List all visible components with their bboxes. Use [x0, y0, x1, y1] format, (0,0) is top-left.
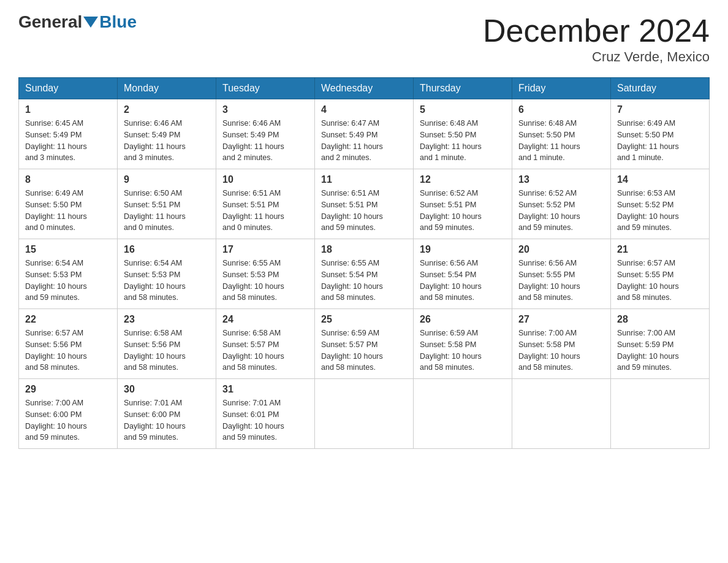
calendar-cell: 16Sunrise: 6:54 AMSunset: 5:53 PMDayligh… [118, 239, 216, 309]
day-info: Sunrise: 6:57 AMSunset: 5:55 PMDaylight:… [617, 258, 703, 304]
day-info: Sunrise: 6:54 AMSunset: 5:53 PMDaylight:… [124, 258, 210, 304]
calendar-cell: 1Sunrise: 6:45 AMSunset: 5:49 PMDaylight… [19, 99, 118, 169]
day-number: 5 [420, 104, 506, 115]
day-info: Sunrise: 6:45 AMSunset: 5:49 PMDaylight:… [25, 118, 111, 164]
day-header-thursday: Thursday [414, 78, 512, 99]
day-info: Sunrise: 7:01 AMSunset: 6:00 PMDaylight:… [124, 397, 210, 443]
calendar-cell: 3Sunrise: 6:46 AMSunset: 5:49 PMDaylight… [216, 99, 315, 169]
day-info: Sunrise: 6:53 AMSunset: 5:52 PMDaylight:… [617, 188, 703, 234]
day-number: 24 [222, 314, 308, 325]
calendar-cell: 2Sunrise: 6:46 AMSunset: 5:49 PMDaylight… [118, 99, 216, 169]
day-number: 16 [124, 244, 210, 255]
calendar-week-row: 15Sunrise: 6:54 AMSunset: 5:53 PMDayligh… [19, 239, 710, 309]
calendar-week-row: 8Sunrise: 6:49 AMSunset: 5:50 PMDaylight… [19, 169, 710, 239]
calendar-cell [414, 379, 512, 449]
day-number: 28 [617, 314, 703, 325]
day-header-saturday: Saturday [611, 78, 710, 99]
calendar-cell: 25Sunrise: 6:59 AMSunset: 5:57 PMDayligh… [315, 309, 414, 379]
day-header-sunday: Sunday [19, 78, 118, 99]
day-info: Sunrise: 6:58 AMSunset: 5:56 PMDaylight:… [124, 327, 210, 373]
day-number: 27 [518, 314, 604, 325]
day-info: Sunrise: 6:49 AMSunset: 5:50 PMDaylight:… [25, 188, 111, 234]
day-info: Sunrise: 6:52 AMSunset: 5:51 PMDaylight:… [420, 188, 506, 234]
day-number: 8 [25, 174, 111, 185]
day-number: 23 [124, 314, 210, 325]
day-number: 18 [321, 244, 407, 255]
day-number: 10 [222, 174, 308, 185]
calendar-cell: 10Sunrise: 6:51 AMSunset: 5:51 PMDayligh… [216, 169, 315, 239]
calendar-cell: 20Sunrise: 6:56 AMSunset: 5:55 PMDayligh… [512, 239, 611, 309]
day-header-friday: Friday [512, 78, 611, 99]
calendar-cell: 17Sunrise: 6:55 AMSunset: 5:53 PMDayligh… [216, 239, 315, 309]
calendar-cell: 9Sunrise: 6:50 AMSunset: 5:51 PMDaylight… [118, 169, 216, 239]
calendar-cell: 6Sunrise: 6:48 AMSunset: 5:50 PMDaylight… [512, 99, 611, 169]
calendar-cell: 19Sunrise: 6:56 AMSunset: 5:54 PMDayligh… [414, 239, 512, 309]
calendar-cell: 14Sunrise: 6:53 AMSunset: 5:52 PMDayligh… [611, 169, 710, 239]
day-info: Sunrise: 6:59 AMSunset: 5:58 PMDaylight:… [420, 327, 506, 373]
calendar-cell: 31Sunrise: 7:01 AMSunset: 6:01 PMDayligh… [216, 379, 315, 449]
day-info: Sunrise: 7:00 AMSunset: 5:58 PMDaylight:… [518, 327, 604, 373]
calendar-cell: 4Sunrise: 6:47 AMSunset: 5:49 PMDaylight… [315, 99, 414, 169]
calendar-cell: 24Sunrise: 6:58 AMSunset: 5:57 PMDayligh… [216, 309, 315, 379]
day-info: Sunrise: 6:54 AMSunset: 5:53 PMDaylight:… [25, 258, 111, 304]
day-number: 26 [420, 314, 506, 325]
calendar-cell: 27Sunrise: 7:00 AMSunset: 5:58 PMDayligh… [512, 309, 611, 379]
day-number: 4 [321, 104, 407, 115]
calendar-cell: 11Sunrise: 6:51 AMSunset: 5:51 PMDayligh… [315, 169, 414, 239]
day-info: Sunrise: 6:47 AMSunset: 5:49 PMDaylight:… [321, 118, 407, 164]
day-number: 9 [124, 174, 210, 185]
calendar-cell: 23Sunrise: 6:58 AMSunset: 5:56 PMDayligh… [118, 309, 216, 379]
day-info: Sunrise: 6:55 AMSunset: 5:53 PMDaylight:… [222, 258, 308, 304]
day-number: 15 [25, 244, 111, 255]
calendar-cell: 22Sunrise: 6:57 AMSunset: 5:56 PMDayligh… [19, 309, 118, 379]
day-info: Sunrise: 6:50 AMSunset: 5:51 PMDaylight:… [124, 188, 210, 234]
day-info: Sunrise: 6:51 AMSunset: 5:51 PMDaylight:… [222, 188, 308, 234]
calendar-cell: 30Sunrise: 7:01 AMSunset: 6:00 PMDayligh… [118, 379, 216, 449]
calendar-week-row: 29Sunrise: 7:00 AMSunset: 6:00 PMDayligh… [19, 379, 710, 449]
day-info: Sunrise: 7:00 AMSunset: 5:59 PMDaylight:… [617, 327, 703, 373]
calendar-cell: 5Sunrise: 6:48 AMSunset: 5:50 PMDaylight… [414, 99, 512, 169]
day-number: 31 [222, 384, 308, 395]
day-number: 2 [124, 104, 210, 115]
day-info: Sunrise: 6:58 AMSunset: 5:57 PMDaylight:… [222, 327, 308, 373]
day-info: Sunrise: 6:59 AMSunset: 5:57 PMDaylight:… [321, 327, 407, 373]
month-title: December 2024 [483, 12, 710, 49]
calendar-week-row: 22Sunrise: 6:57 AMSunset: 5:56 PMDayligh… [19, 309, 710, 379]
day-number: 14 [617, 174, 703, 185]
day-info: Sunrise: 6:51 AMSunset: 5:51 PMDaylight:… [321, 188, 407, 234]
logo-general-text: General [18, 12, 82, 32]
day-number: 6 [518, 104, 604, 115]
calendar-cell: 15Sunrise: 6:54 AMSunset: 5:53 PMDayligh… [19, 239, 118, 309]
day-info: Sunrise: 6:55 AMSunset: 5:54 PMDaylight:… [321, 258, 407, 304]
logo-blue-text: Blue [99, 12, 137, 32]
page-header: General Blue December 2024 Cruz Verde, M… [18, 12, 710, 65]
day-info: Sunrise: 6:49 AMSunset: 5:50 PMDaylight:… [617, 118, 703, 164]
day-number: 20 [518, 244, 604, 255]
calendar-week-row: 1Sunrise: 6:45 AMSunset: 5:49 PMDaylight… [19, 99, 710, 169]
calendar-cell: 26Sunrise: 6:59 AMSunset: 5:58 PMDayligh… [414, 309, 512, 379]
calendar-cell: 28Sunrise: 7:00 AMSunset: 5:59 PMDayligh… [611, 309, 710, 379]
logo: General Blue [18, 12, 137, 32]
day-number: 29 [25, 384, 111, 395]
location: Cruz Verde, Mexico [483, 49, 710, 65]
calendar-cell: 21Sunrise: 6:57 AMSunset: 5:55 PMDayligh… [611, 239, 710, 309]
day-number: 17 [222, 244, 308, 255]
day-info: Sunrise: 7:01 AMSunset: 6:01 PMDaylight:… [222, 397, 308, 443]
calendar-header-row: SundayMondayTuesdayWednesdayThursdayFrid… [19, 78, 710, 99]
day-number: 12 [420, 174, 506, 185]
calendar-cell: 13Sunrise: 6:52 AMSunset: 5:52 PMDayligh… [512, 169, 611, 239]
day-number: 22 [25, 314, 111, 325]
day-number: 1 [25, 104, 111, 115]
calendar-cell [315, 379, 414, 449]
day-number: 13 [518, 174, 604, 185]
day-number: 7 [617, 104, 703, 115]
day-info: Sunrise: 6:56 AMSunset: 5:55 PMDaylight:… [518, 258, 604, 304]
day-info: Sunrise: 6:46 AMSunset: 5:49 PMDaylight:… [222, 118, 308, 164]
day-header-tuesday: Tuesday [216, 78, 315, 99]
day-info: Sunrise: 6:46 AMSunset: 5:49 PMDaylight:… [124, 118, 210, 164]
calendar-cell: 29Sunrise: 7:00 AMSunset: 6:00 PMDayligh… [19, 379, 118, 449]
day-info: Sunrise: 6:48 AMSunset: 5:50 PMDaylight:… [420, 118, 506, 164]
day-info: Sunrise: 6:57 AMSunset: 5:56 PMDaylight:… [25, 327, 111, 373]
calendar-cell: 8Sunrise: 6:49 AMSunset: 5:50 PMDaylight… [19, 169, 118, 239]
day-info: Sunrise: 7:00 AMSunset: 6:00 PMDaylight:… [25, 397, 111, 443]
